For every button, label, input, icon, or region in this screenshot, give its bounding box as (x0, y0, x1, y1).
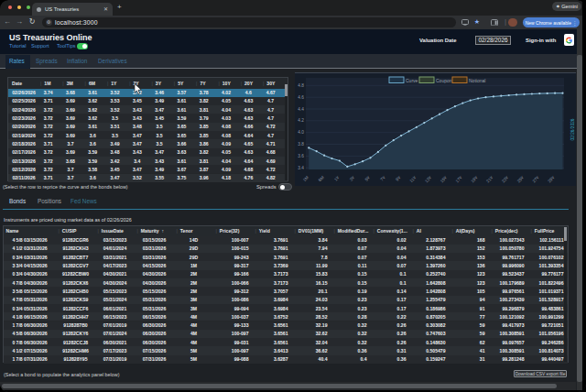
svg-text:3.4: 3.4 (298, 166, 304, 170)
svg-text:Curve: Curve (406, 78, 418, 83)
svg-text:Notional: Notional (469, 78, 485, 83)
svg-text:4.8: 4.8 (298, 83, 304, 88)
svg-text:3.8: 3.8 (298, 142, 304, 147)
svg-text:4.4: 4.4 (298, 107, 304, 112)
svg-text:4.0: 4.0 (298, 130, 304, 135)
svg-text:3.6: 3.6 (298, 154, 304, 158)
svg-text:4.2: 4.2 (298, 118, 304, 123)
svg-text:Coupon: Coupon (436, 78, 452, 83)
svg-text:02/26/2026: 02/26/2026 (570, 118, 575, 140)
svg-text:4.6: 4.6 (298, 95, 304, 100)
